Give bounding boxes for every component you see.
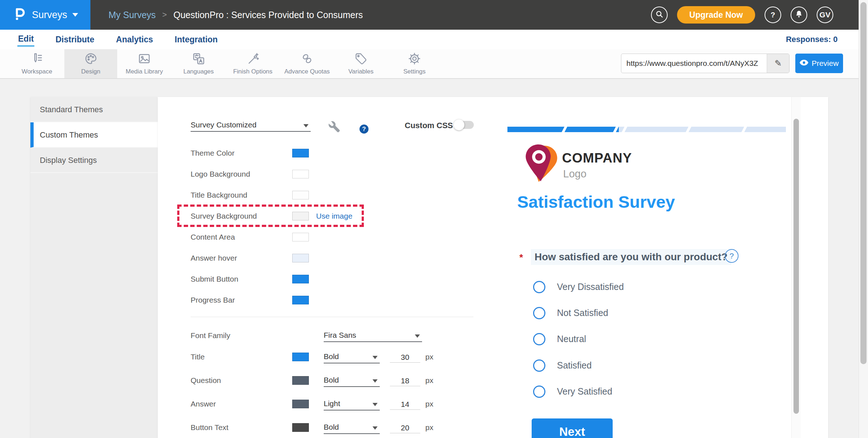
help-icon: ? xyxy=(771,10,775,19)
radio-label-very-satisfied[interactable]: Very Satisfied xyxy=(557,386,612,397)
color-row-label-logo-background: Logo Background xyxy=(191,170,250,178)
use-image-link[interactable]: Use image xyxy=(316,212,352,220)
font-weight-select-question[interactable]: Bold xyxy=(324,374,380,387)
bell-icon xyxy=(795,10,803,20)
product-switcher[interactable]: Surveys xyxy=(0,0,90,30)
toolbar-item-workspace[interactable]: Workspace xyxy=(10,49,63,78)
toolbar-item-settings[interactable]: Settings xyxy=(388,49,441,78)
question-help-button[interactable]: ? xyxy=(725,249,739,263)
radio-neutral[interactable] xyxy=(533,333,545,345)
top-navbar: Surveys My Surveys > QuestionPro : Servi… xyxy=(0,0,868,30)
advance-quotas-icon xyxy=(301,52,314,67)
survey-title: Satisfaction Survey xyxy=(517,192,675,212)
radio-not-satisfied[interactable] xyxy=(533,307,545,319)
theme-help-button[interactable]: ? xyxy=(359,125,369,134)
preview-button[interactable]: Preview xyxy=(795,54,843,73)
font-size-unit: px xyxy=(425,423,433,432)
font-weight-value: Bold xyxy=(324,423,339,431)
font-color-swatch-title[interactable] xyxy=(292,353,309,361)
font-family-select[interactable]: Fira Sans xyxy=(324,329,422,342)
toolbar-item-variables[interactable]: Variables xyxy=(335,49,387,78)
avatar[interactable]: GV xyxy=(817,7,833,23)
radio-label-satisfied[interactable]: Satisfied xyxy=(557,360,592,371)
font-weight-select-button-text[interactable]: Bold xyxy=(324,421,380,434)
survey-progress-bar xyxy=(507,127,786,132)
radio-satisfied[interactable] xyxy=(533,359,545,372)
upgrade-now-button[interactable]: Upgrade Now xyxy=(677,6,755,24)
font-color-swatch-question[interactable] xyxy=(292,376,309,385)
preview-scrollbar-thumb[interactable] xyxy=(793,119,799,414)
color-swatch-logo-background[interactable] xyxy=(292,170,309,178)
radio-label-neutral[interactable]: Neutral xyxy=(557,334,586,344)
tab-edit[interactable]: Edit xyxy=(17,33,34,47)
toolbar-item-advance-quotas[interactable]: Advance Quotas xyxy=(281,49,333,78)
next-button[interactable]: Next xyxy=(532,418,613,438)
font-size-input-answer[interactable]: 14 xyxy=(390,399,420,410)
toggle-knob xyxy=(454,119,464,130)
chevron-down-icon xyxy=(72,13,78,17)
font-color-swatch-button-text[interactable] xyxy=(292,423,309,432)
toolbar-item-media-library[interactable]: Media Library xyxy=(118,49,171,78)
breadcrumb-my-surveys[interactable]: My Surveys xyxy=(109,10,156,20)
toolbar-item-label: Advance Quotas xyxy=(284,68,330,75)
questionpro-design-page: Surveys My Surveys > QuestionPro : Servi… xyxy=(0,0,868,438)
help-button[interactable]: ? xyxy=(765,7,781,23)
color-row-label-title-background: Title Background xyxy=(191,191,247,199)
radio-very-satisfied[interactable] xyxy=(533,386,545,398)
survey-url-input[interactable] xyxy=(621,54,767,73)
window-scrollbar-thumb[interactable] xyxy=(860,2,867,364)
color-swatch-submit-button[interactable] xyxy=(292,275,309,283)
color-swatch-progress-bar[interactable] xyxy=(292,296,309,304)
responses-count[interactable]: Responses: 0 xyxy=(786,30,838,49)
custom-css-toggle[interactable] xyxy=(455,121,474,129)
font-family-value: Fira Sans xyxy=(324,331,356,340)
toolbar-item-design[interactable]: Design xyxy=(64,49,117,78)
font-size-unit: px xyxy=(425,400,433,408)
tab-analytics[interactable]: Analytics xyxy=(115,33,154,46)
radio-label-very-dissatisfied[interactable]: Very Dissatisfied xyxy=(557,282,624,292)
font-weight-select-answer[interactable]: Light xyxy=(324,397,380,410)
radio-label-not-satisfied[interactable]: Not Satisfied xyxy=(557,308,608,318)
toolbar-item-languages[interactable]: Languages xyxy=(172,49,225,78)
progress-divider xyxy=(621,127,628,132)
sidebar-item-custom-themes[interactable]: Custom Themes xyxy=(30,122,158,148)
color-row-label-content-area: Content Area xyxy=(191,233,235,241)
progress-divider xyxy=(685,127,692,132)
font-row-label-button-text: Button Text xyxy=(191,423,229,432)
tabs-list: EditDistributeAnalyticsIntegration xyxy=(17,30,218,49)
tab-integration[interactable]: Integration xyxy=(174,33,218,46)
chevron-down-icon xyxy=(373,379,378,383)
notifications-button[interactable] xyxy=(791,7,807,23)
preview-scrollbar xyxy=(791,97,801,438)
breadcrumb-current: QuestionPro : Services Provided to Consu… xyxy=(173,10,363,20)
tab-distribute[interactable]: Distribute xyxy=(55,33,95,46)
edit-url-button[interactable]: ✎ xyxy=(767,54,789,73)
font-size-input-button-text[interactable]: 20 xyxy=(390,422,420,433)
search-button[interactable] xyxy=(651,7,668,23)
color-swatch-theme-color[interactable] xyxy=(292,149,309,157)
color-swatch-title-background[interactable] xyxy=(292,191,309,199)
radio-very-dissatisfied[interactable] xyxy=(533,281,545,293)
color-swatch-survey-background[interactable] xyxy=(292,212,309,220)
edit-theme-button[interactable] xyxy=(327,119,343,137)
font-weight-select-title[interactable]: Bold xyxy=(324,350,380,363)
design-toolbar: ✎ Preview WorkspaceDesignMedia LibraryLa… xyxy=(0,49,868,79)
sidebar-item-display-settings[interactable]: Display Settings xyxy=(30,148,158,173)
font-size-input-title[interactable]: 30 xyxy=(390,352,420,363)
sidebar-item-standard-themes[interactable]: Standard Themes xyxy=(30,97,158,122)
progress-divider xyxy=(740,127,748,132)
breadcrumb: My Surveys > QuestionPro : Services Prov… xyxy=(109,0,363,30)
pencil-icon: ✎ xyxy=(774,58,782,68)
chevron-down-icon xyxy=(373,356,378,359)
toolbar-item-finish-options[interactable]: Finish Options xyxy=(226,49,279,78)
font-color-swatch-answer[interactable] xyxy=(292,400,309,408)
theme-select[interactable]: Survey Customized xyxy=(191,119,311,132)
color-swatch-answer-hover[interactable] xyxy=(292,254,309,262)
settings-icon xyxy=(408,52,421,67)
languages-icon xyxy=(192,52,205,67)
font-size-input-question[interactable]: 18 xyxy=(390,375,420,386)
color-swatch-content-area[interactable] xyxy=(292,233,309,241)
search-icon xyxy=(655,10,663,20)
variables-icon xyxy=(354,52,367,67)
font-row-label-title: Title xyxy=(191,353,205,361)
